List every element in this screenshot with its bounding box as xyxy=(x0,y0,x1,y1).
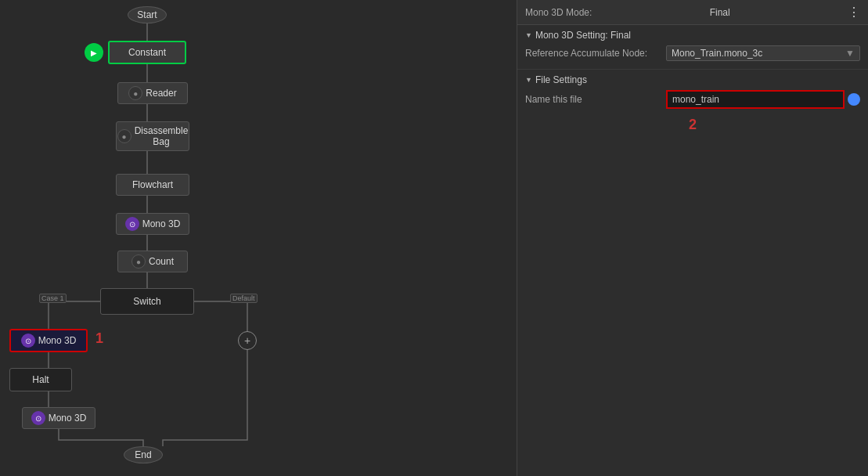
mono3d-icon-3: ⊙ xyxy=(31,411,45,425)
node-count[interactable]: ● Count xyxy=(117,251,188,272)
settings-panel: Mono 3D Mode: Final ⋮ Mono 3D Setting: F… xyxy=(517,0,868,476)
flowchart-connections xyxy=(0,0,517,476)
node-end[interactable]: End xyxy=(124,446,163,463)
node-switch[interactable]: Switch xyxy=(100,288,194,315)
file-name-label: Name this file xyxy=(525,94,666,105)
mode-dropdown[interactable]: ⋮ xyxy=(848,5,860,20)
mode-value: Final xyxy=(710,7,730,18)
flowchart-panel: Start ▶ Constant ● Reader ● DisassembleB… xyxy=(0,0,517,476)
mono3d-section-title: Mono 3D Setting: Final xyxy=(525,30,860,41)
file-name-row: Name this file xyxy=(525,90,860,109)
node-mono3d-2[interactable]: ⊙ Mono 3D xyxy=(9,329,88,352)
reference-row: Reference Accumulate Node: Mono_Train.mo… xyxy=(525,45,860,61)
add-branch-button[interactable]: + xyxy=(238,331,257,350)
node-flowchart[interactable]: Flowchart xyxy=(116,174,189,196)
node-mono3d-3[interactable]: ⊙ Mono 3D xyxy=(22,407,95,429)
reference-value-dropdown[interactable]: Mono_Train.mono_3c ▼ xyxy=(666,45,860,61)
node-disassemble[interactable]: ● DisassembleBag xyxy=(116,121,189,151)
file-name-input[interactable] xyxy=(666,90,845,109)
node-halt[interactable]: Halt xyxy=(9,368,72,391)
mono3d-setting-section: Mono 3D Setting: Final Reference Accumul… xyxy=(517,25,868,70)
settings-header: Mono 3D Mode: Final ⋮ xyxy=(517,0,868,25)
annotation-1: 1 xyxy=(95,330,103,347)
case1-label: Case 1 xyxy=(39,294,67,303)
play-button[interactable]: ▶ xyxy=(85,43,103,62)
node-start[interactable]: Start xyxy=(128,6,167,23)
file-section-title: File Settings xyxy=(525,74,860,85)
count-icon: ● xyxy=(131,254,146,269)
mono3d-icon-1: ⊙ xyxy=(125,217,139,231)
reference-label: Reference Accumulate Node: xyxy=(525,48,666,59)
reference-dropdown-arrow: ▼ xyxy=(845,48,855,59)
node-reader[interactable]: ● Reader xyxy=(117,82,188,104)
disassemble-icon: ● xyxy=(117,129,131,143)
file-settings-section: File Settings Name this file 2 xyxy=(517,70,868,138)
node-constant[interactable]: Constant xyxy=(108,41,186,64)
reader-icon: ● xyxy=(128,86,142,100)
mode-label: Mono 3D Mode: xyxy=(525,7,592,18)
annotation-2: 2 xyxy=(525,117,860,133)
node-mono3d-1[interactable]: ⊙ Mono 3D xyxy=(116,213,189,235)
file-input-indicator xyxy=(848,93,860,106)
mono3d-icon-2: ⊙ xyxy=(21,334,35,348)
default-label: Default xyxy=(230,294,258,303)
